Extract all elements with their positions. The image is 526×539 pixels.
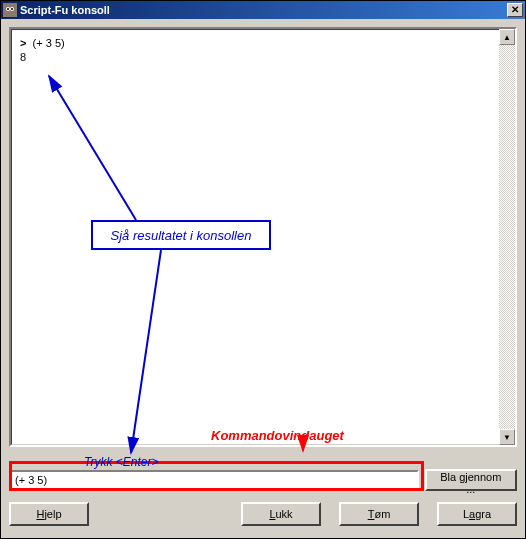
save-button[interactable]: Lagra [437,502,517,526]
console-result-line: 8 [20,50,506,64]
prompt-arrow-icon: > [20,37,26,49]
browse-button-label: Bla gjennom ... [440,471,501,495]
help-rest: jelp [44,508,61,520]
script-fu-console-window: Script-Fu konsoll ✕ > (+ 3 5) 8 ▲ ▼ Bla … [0,0,526,539]
svg-point-3 [7,8,9,10]
clear-rest: øm [374,508,390,520]
close-rest: ukk [276,508,293,520]
close-icon[interactable]: ✕ [507,3,523,17]
annotation-result-box: Sjå resultatet i konsollen [91,220,271,250]
browse-button[interactable]: Bla gjennom ... [425,469,517,491]
window-title: Script-Fu konsoll [20,4,507,16]
command-input[interactable] [9,470,419,490]
dialog-buttons: Hjelp Lukk Tøm Lagra [9,502,517,530]
scroll-up-icon[interactable]: ▲ [499,29,515,45]
annotation-cmd-label: Kommandovindauget [211,428,344,443]
scroll-track[interactable] [499,45,515,429]
titlebar: Script-Fu konsoll ✕ [1,1,525,19]
svg-point-4 [11,8,13,10]
help-button[interactable]: Hjelp [9,502,89,526]
close-button[interactable]: Lukk [241,502,321,526]
console-command-text: (+ 3 5) [33,37,65,49]
client-area: > (+ 3 5) 8 ▲ ▼ Bla gjennom ... Hjelp Lu… [1,19,525,538]
scroll-down-icon[interactable]: ▼ [499,429,515,445]
save-rest: gra [475,508,491,520]
console-prompt-line: > (+ 3 5) [20,36,506,50]
svg-rect-0 [3,3,17,17]
scrollbar[interactable]: ▲ ▼ [499,29,515,445]
app-icon [3,3,17,17]
annotation-enter-hint: Trykk <Enter> [84,455,158,469]
clear-button[interactable]: Tøm [339,502,419,526]
